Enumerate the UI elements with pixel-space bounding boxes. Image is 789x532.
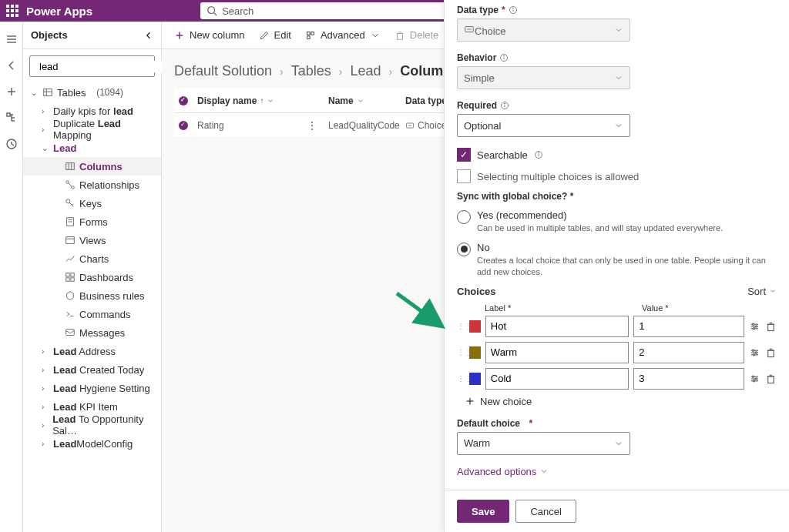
choices-heading: Choices <box>457 286 496 297</box>
choice-label-input[interactable] <box>485 368 629 390</box>
choice-icon <box>405 121 415 130</box>
tree-lead-model[interactable]: ›LeadModelConfig <box>23 434 161 453</box>
radio-yes[interactable]: Yes (recommended)Can be used in multiple… <box>457 209 777 234</box>
drag-handle-icon[interactable]: ⋮⋮ <box>457 348 465 356</box>
cancel-button[interactable]: Cancel <box>515 500 576 523</box>
tree-lead-created[interactable]: ›Lead Created Today <box>23 360 161 379</box>
delete-icon[interactable] <box>765 373 777 385</box>
required-select[interactable]: Optional <box>457 114 630 137</box>
objects-header: Objects <box>23 22 161 49</box>
tree-charts[interactable]: Charts <box>23 249 161 268</box>
tree-commands[interactable]: Commands <box>23 305 161 323</box>
plus-icon[interactable] <box>5 85 18 98</box>
tree-lead-opportunity[interactable]: ›Lead To Opportunity Sal… <box>23 416 161 434</box>
chart-icon <box>65 253 76 264</box>
svg-point-23 <box>66 181 69 184</box>
color-swatch[interactable] <box>469 346 481 359</box>
waffle-icon[interactable] <box>6 5 18 17</box>
tree-duplicate-lead[interactable]: ›Duplicate Lead Mapping <box>23 120 161 139</box>
choice-label-input[interactable] <box>485 316 629 337</box>
svg-point-24 <box>72 186 75 189</box>
chevron-down-icon <box>614 25 623 35</box>
svg-rect-45 <box>397 33 402 39</box>
svg-point-67 <box>753 323 754 325</box>
info-icon[interactable] <box>499 53 509 62</box>
panel-footer: Save Cancel <box>445 490 789 532</box>
color-swatch[interactable] <box>469 373 481 385</box>
delete-icon[interactable] <box>765 320 777 333</box>
sync-label: Sync with global choice? * <box>457 191 777 202</box>
table-icon <box>42 87 53 98</box>
tree-columns[interactable]: Columns <box>23 157 161 176</box>
svg-point-77 <box>755 351 757 353</box>
new-choice-button[interactable]: New choice <box>465 396 777 407</box>
command-icon <box>65 309 76 320</box>
choice-label-input[interactable] <box>485 342 629 363</box>
svg-rect-70 <box>768 324 774 330</box>
search-icon <box>206 5 217 16</box>
tree-messages[interactable]: Messages <box>23 323 161 342</box>
choice-row: ⋮⋮ <box>457 342 777 363</box>
tree-business-rules[interactable]: Business rules <box>23 286 161 305</box>
svg-rect-34 <box>66 273 69 276</box>
tree-views[interactable]: Views <box>23 231 161 249</box>
svg-line-25 <box>69 183 72 186</box>
breadcrumb-seg[interactable]: Tables <box>291 63 331 79</box>
radio-no[interactable]: NoCreates a local choice that can only b… <box>457 242 777 278</box>
default-choice-select[interactable]: Warm <box>457 432 630 455</box>
advanced-button[interactable]: Advanced <box>305 29 381 41</box>
tree-tables[interactable]: ⌄Tables (1094) <box>23 83 161 102</box>
rules-icon <box>65 290 76 301</box>
svg-point-57 <box>504 55 505 56</box>
new-column-button[interactable]: New column <box>174 29 245 41</box>
settings-icon[interactable] <box>749 346 760 359</box>
row-menu-icon[interactable]: ⋮ <box>307 119 317 132</box>
color-swatch[interactable] <box>469 320 481 333</box>
tree-dashboards[interactable]: Dashboards <box>23 268 161 286</box>
settings-icon[interactable] <box>749 373 760 385</box>
tree-lead-hygiene[interactable]: ›Lead Hygiene Setting <box>23 379 161 397</box>
tree-lead[interactable]: ⌄Lead <box>23 139 161 157</box>
searchable-checkbox[interactable]: ✓Searchable <box>457 148 777 162</box>
choice-row: ⋮⋮ <box>457 316 777 337</box>
breadcrumb-seg[interactable]: Default Solution <box>174 63 272 79</box>
multiselect-checkbox[interactable]: Selecting multiple choices is allowed <box>457 169 777 183</box>
save-button[interactable]: Save <box>457 500 509 523</box>
svg-rect-32 <box>66 237 75 244</box>
sort-button[interactable]: Sort <box>747 286 777 297</box>
hamburger-icon[interactable] <box>5 33 18 45</box>
chevron-down-icon <box>614 73 623 82</box>
choice-value-input[interactable] <box>633 316 744 337</box>
back-icon[interactable] <box>5 59 18 72</box>
objects-search[interactable] <box>29 55 155 77</box>
objects-search-input[interactable] <box>39 61 169 72</box>
breadcrumb-seg[interactable]: Lead <box>350 63 381 79</box>
view-icon <box>65 235 76 246</box>
svg-point-63 <box>538 152 539 153</box>
settings-icon[interactable] <box>749 320 760 333</box>
info-icon[interactable] <box>509 5 518 15</box>
svg-rect-37 <box>71 278 74 281</box>
tree-forms[interactable]: Forms <box>23 212 161 231</box>
choice-value-input[interactable] <box>633 368 744 390</box>
tree-keys[interactable]: Keys <box>23 194 161 212</box>
info-icon[interactable] <box>500 101 509 110</box>
select-all-check[interactable] <box>179 96 188 105</box>
drag-handle-icon[interactable]: ⋮⋮ <box>457 322 465 330</box>
objects-panel: Objects ⌄Tables (1094) ›Daily kpis for l… <box>23 22 162 532</box>
global-search[interactable]: Search <box>200 2 455 19</box>
collapse-icon[interactable] <box>144 31 153 40</box>
tree-relationships[interactable]: Relationships <box>23 176 161 194</box>
choice-value-input[interactable] <box>633 342 744 363</box>
tree-icon[interactable] <box>5 112 18 124</box>
delete-icon[interactable] <box>765 346 777 359</box>
tree-lead-address[interactable]: ›Lead Address <box>23 342 161 360</box>
message-icon <box>65 327 76 338</box>
edit-button[interactable]: Edit <box>259 29 291 41</box>
advanced-options-toggle[interactable]: Advanced options <box>457 466 777 477</box>
history-icon[interactable] <box>5 138 18 150</box>
svg-rect-42 <box>307 32 311 35</box>
drag-handle-icon[interactable]: ⋮⋮ <box>457 374 465 383</box>
row-check[interactable] <box>179 121 188 130</box>
info-icon[interactable] <box>534 150 543 159</box>
